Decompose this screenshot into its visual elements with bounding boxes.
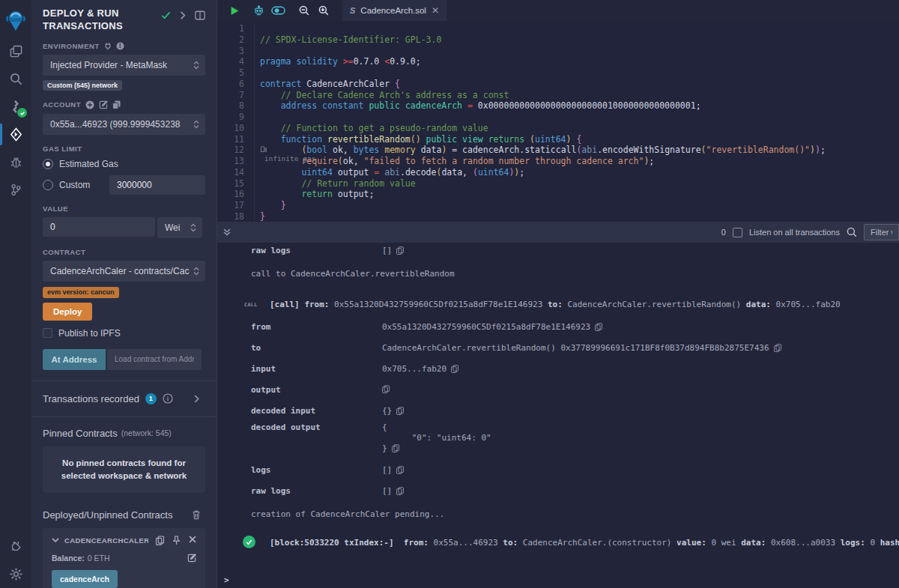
code-line: 6contract CadenceArchCaler { xyxy=(217,79,899,90)
svg-text:i: i xyxy=(119,43,121,49)
solidity-file-icon: S xyxy=(350,6,355,15)
plug-icon[interactable] xyxy=(104,42,112,50)
stepper-icon xyxy=(190,223,196,232)
code-line: 7 // Declare Cadence Arch's address as a… xyxy=(217,90,899,101)
plugin-manager-icon[interactable] xyxy=(0,533,31,560)
line-number: 1 xyxy=(217,23,255,34)
info-icon[interactable]: i xyxy=(116,42,124,50)
zoom-out-icon[interactable] xyxy=(294,0,314,21)
cadencearch-call-button[interactable]: cadenceArch xyxy=(52,570,118,588)
deploy-run-panel: DEPLOY & RUN TRANSACTIONS ENVIRONMENT i … xyxy=(31,0,217,588)
at-address-button[interactable]: At Address xyxy=(43,349,106,370)
terminal-filter-input[interactable] xyxy=(864,224,899,240)
editor-toolbar: S CadenceArch.sol ✕ xyxy=(217,0,899,21)
line-number: 3 xyxy=(217,46,255,57)
contract-select[interactable]: CadenceArchCaler - contracts/Cac xyxy=(43,261,205,282)
trash-icon[interactable] xyxy=(192,510,201,520)
radio-selected-icon[interactable] xyxy=(43,159,53,169)
code-line: 4pragma solidity >=0.7.0 <0.9.0; xyxy=(217,56,899,67)
terminal-search-icon[interactable] xyxy=(847,227,857,237)
copy-icon[interactable] xyxy=(451,365,458,373)
checkbox-icon[interactable] xyxy=(43,328,52,338)
transactions-recorded-row[interactable]: Transactions recorded 1 xyxy=(43,381,205,416)
copy-icon[interactable] xyxy=(382,385,390,393)
terminal[interactable]: raw logs[]call to CadenceArchCaler.rever… xyxy=(217,243,899,588)
stepper-icon xyxy=(193,267,199,276)
code-line: 17 } xyxy=(217,200,899,211)
info-icon[interactable] xyxy=(163,393,173,404)
copy-icon[interactable] xyxy=(392,444,399,452)
code-editor[interactable]: 12// SPDX-License-Identifier: GPL-3.034p… xyxy=(217,21,899,222)
pin-icon[interactable] xyxy=(172,536,181,545)
close-icon[interactable] xyxy=(189,536,196,545)
listen-checkbox[interactable] xyxy=(733,228,742,237)
chevron-right-icon[interactable] xyxy=(194,395,199,403)
copy-icon[interactable] xyxy=(396,487,404,495)
tab-cadencearch-sol[interactable]: S CadenceArch.sol ✕ xyxy=(342,0,447,21)
sign-message-icon[interactable] xyxy=(99,100,108,109)
main-area: S CadenceArch.sol ✕ 12// SPDX-License-Id… xyxy=(217,0,899,588)
file-explorer-icon[interactable] xyxy=(0,37,31,65)
code-line: 13 require(ok, "failed to fetch a random… xyxy=(217,156,899,167)
network-badge: Custom (545) network xyxy=(43,80,122,91)
line-number: 11 xyxy=(217,134,255,145)
add-account-icon[interactable] xyxy=(85,100,94,109)
settings-gear-icon[interactable] xyxy=(0,560,31,588)
terminal-prompt[interactable]: > xyxy=(217,575,899,585)
account-section: ACCOUNT 0x55a...46923 (999.9999453238 xyxy=(43,100,205,135)
remix-logo-icon[interactable] xyxy=(0,4,31,37)
debugger-icon[interactable] xyxy=(0,148,31,176)
ai-assistant-robot-icon[interactable] xyxy=(249,0,268,21)
search-icon[interactable] xyxy=(0,65,31,93)
environment-label: ENVIRONMENT xyxy=(43,42,100,50)
split-view-icon[interactable] xyxy=(195,10,205,20)
copy-icon[interactable] xyxy=(595,323,602,331)
code-line: 11 function revertibleRandom() public vi… xyxy=(217,134,899,145)
success-check-icon xyxy=(243,536,255,548)
copy-account-icon[interactable] xyxy=(112,100,121,109)
pinned-network-suffix: (network: 545) xyxy=(121,428,172,437)
transactions-recorded-label: Transactions recorded xyxy=(43,393,139,404)
contract-section: CONTRACT CadenceArchCaler - contracts/Ca… xyxy=(43,248,205,370)
radio-unselected-icon[interactable] xyxy=(43,180,53,190)
run-script-icon[interactable] xyxy=(225,0,244,21)
line-number: 14 xyxy=(217,167,255,178)
copy-icon[interactable] xyxy=(774,344,781,352)
zoom-in-icon[interactable] xyxy=(314,0,333,21)
code-line: 10 // Function to get a pseudo-random va… xyxy=(217,123,899,134)
edit-icon[interactable] xyxy=(187,554,196,563)
chevron-right-icon[interactable] xyxy=(180,11,186,19)
deployed-contracts-title: Deployed/Unpinned Contracts xyxy=(43,509,172,521)
remix-ide: DEPLOY & RUN TRANSACTIONS ENVIRONMENT i … xyxy=(0,0,899,588)
code-line: 3 xyxy=(217,46,899,57)
terminal-line: call[call] from: 0x55a1320D432759960C5Df… xyxy=(217,300,899,309)
solidity-compiler-icon[interactable] xyxy=(0,93,31,121)
line-number: 8 xyxy=(217,100,255,112)
copy-icon[interactable] xyxy=(396,407,404,415)
copilot-toggle-icon[interactable] xyxy=(268,0,288,21)
line-number: 5 xyxy=(217,67,255,79)
account-select[interactable]: 0x55a...46923 (999.9999453238 xyxy=(43,114,205,135)
close-tab-icon[interactable]: ✕ xyxy=(432,5,439,16)
gas-section: GAS LIMIT Estimated Gas Custom xyxy=(43,145,205,195)
at-address-input[interactable] xyxy=(107,349,202,370)
evm-version-badge: evm version: cancun xyxy=(43,287,119,298)
value-input[interactable] xyxy=(43,217,155,237)
deploy-run-icon[interactable] xyxy=(0,121,31,148)
custom-gas-input[interactable] xyxy=(109,175,205,195)
custom-gas-option[interactable]: Custom xyxy=(43,175,205,195)
value-unit-select[interactable]: Wei xyxy=(157,217,202,238)
line-number: 12 xyxy=(217,145,255,156)
terminal-collapse-icon[interactable] xyxy=(223,228,231,236)
copy-icon[interactable] xyxy=(396,246,404,255)
balance-value: 0 ETH xyxy=(88,554,110,563)
git-icon[interactable] xyxy=(0,176,31,204)
copy-icon[interactable] xyxy=(156,536,164,545)
chevron-down-icon[interactable] xyxy=(52,538,59,543)
environment-select[interactable]: Injected Provider - MetaMask xyxy=(43,55,205,76)
value-unit: Wei xyxy=(165,222,180,233)
copy-icon[interactable] xyxy=(396,466,404,474)
deploy-button[interactable]: Deploy xyxy=(43,303,92,321)
publish-ipfs-option[interactable]: Publish to IPFS xyxy=(43,328,205,339)
estimated-gas-option[interactable]: Estimated Gas xyxy=(43,159,205,169)
